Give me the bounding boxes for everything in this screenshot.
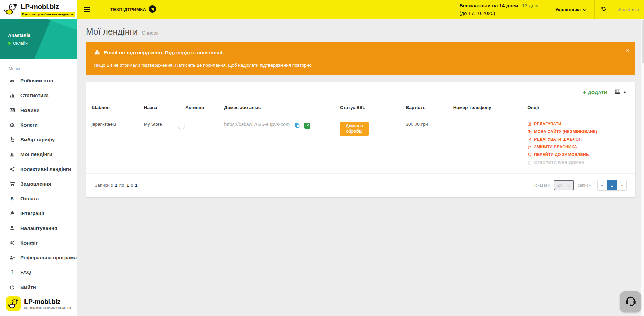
svg-text:$: $: [11, 196, 14, 201]
sidebar-footer-logo[interactable]: LP-mobi.biz Конструктор мобільних лендін…: [0, 293, 77, 314]
logo-subtitle: Конструктор мобильных лендингов: [21, 12, 75, 17]
sidebar-item-settings[interactable]: Налаштування: [0, 220, 77, 235]
bar-chart-icon: [9, 92, 15, 99]
landings-card: + ДОДАТИ ▼: [86, 82, 635, 197]
header-username[interactable]: Anastasia: [613, 0, 644, 19]
hand-pointer-icon: [9, 136, 15, 143]
sidebar-item-news[interactable]: Новини: [0, 103, 77, 117]
top-header: LP-mobi.biz Конструктор мобильных лендин…: [0, 0, 644, 19]
scrollbar[interactable]: [641, 19, 644, 316]
ssl-status-badge: Домен в обробці: [340, 122, 369, 136]
plus-icon: +: [583, 89, 586, 96]
grid-icon: [615, 89, 621, 96]
chevron-down-icon: [567, 183, 570, 188]
sidebar-item-dashboard[interactable]: Робочий стіл: [0, 73, 77, 88]
records-info: Записи з 1 по 1 з 1: [95, 183, 138, 188]
page-subtitle: Список: [142, 30, 158, 36]
sidebar: Anastasia Онлайн Меню Робочий стіл: [0, 19, 77, 316]
table-footer: Записи з 1 по 1 з 1 Показати 20 записи: [86, 173, 635, 197]
email-alert-banner: Email не підтверджено. Підтвердіть свій …: [86, 42, 635, 75]
card-toolbar: + ДОДАТИ ▼: [86, 89, 635, 101]
cart-icon: [527, 153, 532, 157]
option-go-to-orders[interactable]: ПЕРЕЙТИ ДО ЗАМОВЛЕНЬ: [527, 152, 630, 157]
caret-down-icon: ▼: [623, 90, 627, 94]
alert-title: Email не підтверджено. Підтвердіть свій …: [104, 50, 224, 56]
show-label: Показати: [532, 183, 549, 188]
sidebar-item-collective-landings[interactable]: Колективні лендінги: [0, 162, 77, 176]
close-icon[interactable]: ×: [626, 48, 629, 53]
plug-icon: [9, 210, 15, 216]
share-icon: [9, 166, 15, 172]
support-chat-button[interactable]: [620, 291, 641, 312]
hamburger-icon: [84, 6, 90, 13]
sidebar-item-referral[interactable]: Реферальна програма: [0, 250, 77, 265]
sidebar-item-payment[interactable]: $ Оплата: [0, 191, 77, 206]
tech-support-link[interactable]: ТЕХПІДТРИМКА: [96, 5, 166, 14]
sidebar-user-panel: Anastasia Онлайн: [0, 19, 77, 59]
language-selector[interactable]: Українська: [547, 0, 594, 19]
option-edit-template[interactable]: РЕДАГУВАТИ ШАБЛОН: [527, 137, 630, 142]
dollar-icon: $: [9, 195, 15, 202]
add-landing-button[interactable]: + ДОДАТИ: [583, 89, 607, 96]
footer-logo-subtitle: Конструктор мобільних лендінгів: [24, 306, 71, 309]
options-list: РЕДАГУВАТИ A МОВА САЙТУ (НЕЗМІНЮВАНЕ) РЕ…: [527, 122, 630, 165]
app-root: LP-mobi.biz Конструктор мобильных лендин…: [0, 0, 644, 316]
trial-info: Бесплатный на 14 дней 13 днів (до 17.10.…: [459, 2, 547, 17]
refresh-button[interactable]: [595, 0, 613, 19]
pager-prev-button[interactable]: «: [598, 180, 607, 190]
sidebar-item-statistics[interactable]: Статистика: [0, 88, 77, 103]
option-change-owner[interactable]: ЗМІНИТИ ВЛАСНИКА: [527, 145, 630, 149]
copy-icon[interactable]: [295, 123, 300, 128]
cell-template: japan-steel3: [88, 114, 141, 174]
users-icon: [9, 122, 15, 128]
pager-page-1[interactable]: 1: [607, 180, 617, 190]
warning-icon: [94, 49, 100, 56]
language-label: Українська: [555, 7, 581, 12]
main-content: Мої лендінги Список Email не підтверджен…: [77, 19, 644, 316]
sidebar-item-integrations[interactable]: Інтеграції: [0, 206, 77, 220]
cell-price: 300.00 грн: [402, 114, 450, 174]
tech-support-label: ТЕХПІДТРИМКА: [110, 7, 146, 12]
table-header-row: Шаблон Назва Активно Домен або аліас Ста…: [88, 101, 633, 114]
sidebar-item-my-landings[interactable]: Мої лендінги: [0, 147, 77, 162]
page-size-select[interactable]: 20: [554, 180, 574, 190]
edit-icon: [527, 137, 532, 142]
sidebar-item-config[interactable]: Конфіг: [0, 235, 77, 250]
open-site-icon[interactable]: [304, 123, 310, 129]
sidebar-user-name: Anastasia: [8, 33, 77, 38]
sidebar-item-tariff[interactable]: Вибір тарифу: [0, 132, 77, 147]
sidebar-item-colleagues[interactable]: Колеги: [0, 117, 77, 132]
user-plus-icon: [9, 254, 15, 261]
question-icon: ?: [9, 269, 15, 275]
telegram-icon[interactable]: [149, 5, 156, 14]
dog-mascot-icon: [4, 2, 18, 17]
option-edit[interactable]: РЕДАГУВАТИ: [527, 122, 630, 126]
cell-options: РЕДАГУВАТИ A МОВА САЙТУ (НЕЗМІНЮВАНЕ) РЕ…: [524, 114, 633, 174]
sidebar-item-faq[interactable]: ? FAQ: [0, 265, 77, 279]
brand-logo[interactable]: LP-mobi.biz Конструктор мобильных лендин…: [0, 0, 77, 19]
pager-next-button[interactable]: »: [617, 180, 626, 190]
refresh-icon: [601, 6, 607, 13]
sidebar-item-orders[interactable]: Замовлення: [0, 176, 77, 191]
option-site-language[interactable]: A МОВА САЙТУ (НЕЗМІНЮВАНЕ): [527, 129, 630, 134]
top-yellow-bar: ТЕХПІДТРИМКА Бесплатный на 14 дней 13 дн…: [77, 0, 644, 19]
clone-icon: [527, 161, 532, 165]
pager: « 1 »: [597, 180, 627, 191]
domain-input[interactable]: https://cakawi7636-aupvs-com-42: [224, 122, 290, 130]
col-domain: Домен або аліас: [220, 101, 337, 114]
columns-dropdown-button[interactable]: ▼: [615, 89, 627, 96]
sidebar-nav: Робочий стіл Статистика Новини: [0, 73, 77, 294]
table-row: japan-steel3 My Store https://cakawi7636…: [88, 114, 633, 174]
trial-days-left: 13 днів: [522, 3, 538, 8]
resend-confirmation-link[interactable]: Натисніть це посилання, щоб надіслати пі…: [175, 63, 312, 68]
cart-icon: [9, 181, 15, 187]
cell-active: [182, 114, 220, 174]
cell-domain: https://cakawi7636-aupvs-com-42: [220, 114, 337, 174]
sidebar-item-logout[interactable]: Вийти: [0, 279, 77, 294]
sidebar-toggle-button[interactable]: [77, 0, 96, 19]
trial-until: (до 17.10.2025): [459, 10, 538, 17]
col-template: Шаблон: [88, 101, 141, 114]
records-label: записи: [578, 183, 591, 188]
col-active: Активно: [182, 101, 220, 114]
user-icon: [9, 225, 15, 231]
